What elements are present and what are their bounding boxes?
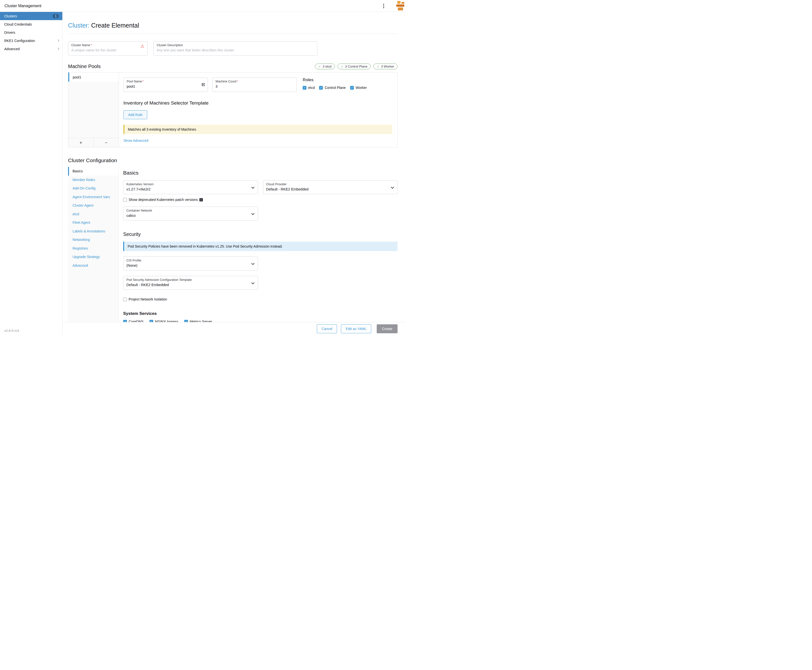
checkbox-checked-icon <box>303 86 306 90</box>
tab-networking[interactable]: Networking <box>68 235 118 244</box>
sidebar-item-label: Advanced <box>4 47 20 51</box>
selector-template-heading: Inventory of Machines Selector Template <box>123 100 392 106</box>
kubernetes-version-value: v1.27.7+rke2r2 <box>127 187 249 191</box>
control-plane-checkbox[interactable]: Control Plane <box>319 86 346 90</box>
cluster-name-placeholder: A unique name for the cluster <box>71 48 144 52</box>
cluster-name-field[interactable]: Cluster Name* A unique name for the clus… <box>68 41 147 56</box>
checkbox-checked-icon <box>184 320 188 322</box>
basics-heading: Basics <box>123 170 398 176</box>
page-title: Cluster: Create Elemental <box>68 22 398 29</box>
pool-tab-pool1[interactable]: pool1 <box>68 73 119 82</box>
check-icon <box>341 65 343 68</box>
create-button[interactable]: Create <box>377 324 398 333</box>
project-network-isolation-checkbox[interactable]: Project Network Isolation <box>123 297 167 301</box>
roles-heading: Roles <box>303 78 367 83</box>
cluster-configuration-panel: Basics Member Roles Add-On Config Agent … <box>68 167 398 322</box>
config-tab-list: Basics Member Roles Add-On Config Agent … <box>68 167 119 322</box>
show-deprecated-versions-checkbox[interactable]: Show deprecated Kubernetes patch version… <box>123 198 198 201</box>
sidebar-item-cloud-credentials[interactable]: Cloud Credentials <box>0 20 62 28</box>
required-mark: * <box>142 80 144 83</box>
chevron-right-icon <box>57 48 59 50</box>
tab-agent-environment-vars[interactable]: Agent Environment Vars <box>68 193 118 201</box>
psa-template-value: Default - RKE2 Embedded <box>127 283 249 287</box>
tab-member-roles[interactable]: Member Roles <box>68 176 118 184</box>
name-generator-icon[interactable] <box>201 83 205 88</box>
required-mark: * <box>237 80 238 83</box>
metrics-server-checkbox[interactable]: Metrics Server <box>184 320 212 322</box>
pool-name-label: Pool Name <box>127 80 142 83</box>
pod-security-banner: Pod Security Policies have been removed … <box>123 242 398 251</box>
nginx-ingress-checkbox[interactable]: NGINX Ingress <box>149 320 178 322</box>
cis-profile-select[interactable]: CIS Profile (None) <box>123 257 258 271</box>
remove-pool-button[interactable]: − <box>94 138 119 147</box>
tab-advanced[interactable]: Advanced <box>68 261 118 270</box>
sidebar: Clusters 1 Cloud Credentials Drivers RKE… <box>0 12 63 335</box>
chevron-right-icon <box>57 39 59 42</box>
coredns-checkbox[interactable]: CoreDNS <box>123 320 144 322</box>
info-icon[interactable] <box>200 198 203 201</box>
pool-name-field[interactable]: Pool Name* pool1 <box>123 78 208 92</box>
page-title-prefix: Cluster: <box>68 22 90 29</box>
pool-tab-list: pool1 + − <box>68 73 119 147</box>
etcd-checkbox[interactable]: etcd <box>303 86 315 90</box>
kebab-menu-icon[interactable] <box>380 1 387 11</box>
edit-as-yaml-button[interactable]: Edit as YAML <box>341 324 371 333</box>
cluster-description-label: Cluster Description <box>157 44 183 47</box>
chevron-down-icon <box>251 186 255 189</box>
machine-count-label: Machine Count <box>215 80 237 83</box>
cancel-button[interactable]: Cancel <box>317 324 337 333</box>
tab-cluster-agent[interactable]: Cluster Agent <box>68 201 118 210</box>
app-title: Cluster Management <box>5 4 41 8</box>
kubernetes-version-select[interactable]: Kubernetes Version v1.27.7+rke2r2 <box>123 180 258 194</box>
control-plane-count-badge: 3 Control Plane <box>337 64 371 69</box>
cluster-description-field[interactable]: Cluster Description Any text you want th… <box>154 41 317 56</box>
tab-registries[interactable]: Registries <box>68 244 118 253</box>
cloud-provider-select[interactable]: Cloud Provider Default - RKE2 Embedded <box>263 180 398 194</box>
pool-content: Pool Name* pool1 <box>119 73 397 147</box>
checkbox-unchecked-icon <box>123 298 127 301</box>
worker-count-badge: 3 Worker <box>373 64 398 69</box>
machine-pools-heading: Machine Pools <box>68 64 101 69</box>
chevron-down-icon <box>391 186 394 189</box>
show-advanced-link[interactable]: Show Advanced <box>123 139 148 142</box>
sidebar-item-rke1-configuration[interactable]: RKE1 Configuration <box>0 37 62 45</box>
machine-count-field[interactable]: Machine Count* 3 <box>212 78 297 92</box>
tab-etcd[interactable]: etcd <box>68 210 118 218</box>
roles-group: Roles etcd Control Plane <box>303 78 367 92</box>
chevron-down-icon <box>251 212 255 215</box>
worker-checkbox[interactable]: Worker <box>350 86 367 90</box>
cis-profile-value: (None) <box>127 264 249 267</box>
container-network-select[interactable]: Container Network calico <box>123 206 258 220</box>
add-rule-button[interactable]: Add Rule <box>123 110 147 119</box>
config-content: Basics Kubernetes Version v1.27.7+rke2r2… <box>119 167 398 322</box>
sidebar-item-label: Drivers <box>4 30 15 34</box>
main-content: Cluster: Create Elemental Cluster Name* … <box>63 12 406 322</box>
chevron-down-icon <box>251 262 255 265</box>
etcd-count-badge: 3 etcd <box>315 64 335 69</box>
pool-name-value: pool1 <box>127 85 205 88</box>
sidebar-item-label: Cloud Credentials <box>4 22 32 26</box>
sidebar-item-clusters[interactable]: Clusters 1 <box>0 12 62 20</box>
machine-pool-panel: pool1 + − Pool Name* pool1 <box>68 72 398 147</box>
checkbox-checked-icon <box>350 86 354 90</box>
add-pool-button[interactable]: + <box>68 138 94 147</box>
sidebar-item-advanced[interactable]: Advanced <box>0 45 62 53</box>
tab-upgrade-strategy[interactable]: Upgrade Strategy <box>68 252 118 261</box>
sidebar-item-label: Clusters <box>4 14 17 18</box>
psa-template-select[interactable]: Pod Security Admission Configuration Tem… <box>123 276 258 290</box>
brand-logo-icon <box>394 0 406 12</box>
cluster-configuration-heading: Cluster Configuration <box>68 157 398 163</box>
version-label: v2.8.0-rc3 <box>4 329 19 333</box>
checkbox-unchecked-icon <box>123 198 127 201</box>
tab-fleet-agent[interactable]: Fleet Agent <box>68 218 118 227</box>
cluster-description-placeholder: Any text you want that better describes … <box>157 48 314 52</box>
app-window: Cluster Management Clusters 1 Cloud Cred… <box>0 0 406 335</box>
required-mark: * <box>91 44 92 47</box>
container-network-value: calico <box>127 213 249 218</box>
tab-labels-annotations[interactable]: Labels & Annotations <box>68 227 118 236</box>
checkbox-checked-icon <box>149 320 153 322</box>
sidebar-item-drivers[interactable]: Drivers <box>0 28 62 37</box>
tab-add-on-config[interactable]: Add-On Config <box>68 184 118 193</box>
matches-banner: Matches all 3 existing Inventory of Mach… <box>123 125 392 134</box>
tab-basics[interactable]: Basics <box>68 167 118 176</box>
